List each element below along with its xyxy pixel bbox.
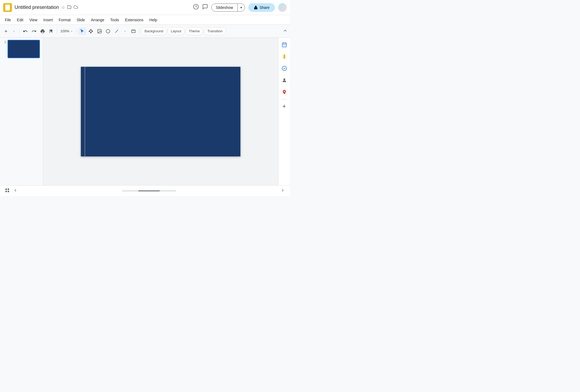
app-logo[interactable] [3,3,12,12]
svg-point-4 [106,29,110,33]
menu-tools[interactable]: Tools [108,17,122,23]
svg-point-13 [282,66,286,71]
svg-rect-18 [5,191,7,192]
theme-button[interactable]: Theme [185,27,203,35]
calendar-sidebar-icon[interactable] [279,40,289,50]
slideshow-label: Slideshow [212,4,238,11]
cloud-save-icon[interactable] [74,5,78,10]
scrollbar-track [122,190,176,191]
paint-format-button[interactable] [47,27,55,35]
image-tool[interactable] [95,27,103,35]
svg-rect-1 [254,7,257,9]
svg-rect-6 [132,30,136,33]
svg-rect-19 [8,191,9,192]
toolbar-right [282,28,288,34]
background-button[interactable]: Background [141,27,167,35]
svg-rect-17 [8,188,9,190]
zoom-button[interactable]: 100% [59,27,75,35]
separator-4 [139,29,139,34]
svg-point-15 [284,91,285,92]
separator-3 [76,29,77,34]
add-button[interactable] [2,27,10,35]
slides-panel: 1 [0,38,43,185]
main-area: 1 + [0,38,290,185]
title-bar: Untitled presentation ☆ Slideshow ▾ Shar… [0,0,290,15]
slide-canvas[interactable] [81,67,240,156]
folder-icon[interactable] [67,5,71,10]
title-icons: ☆ [61,5,78,10]
menu-slide[interactable]: Slide [74,17,88,23]
menu-bar: File Edit View Insert Format Slide Arran… [0,15,290,25]
textbox-tool[interactable] [129,27,137,35]
svg-rect-16 [5,188,7,190]
sidebar-separator [282,99,287,99]
select-tool[interactable] [78,27,86,35]
add-caret-button[interactable] [10,27,18,35]
slide-number: 1 [2,40,6,44]
line-caret-button[interactable] [121,27,129,35]
slide-item: 1 [2,40,41,58]
history-icon[interactable] [193,4,199,11]
add-sidebar-icon[interactable]: + [279,102,289,111]
keep-sidebar-icon[interactable] [279,52,289,61]
menu-extensions[interactable]: Extensions [122,17,146,23]
panel-expand-button[interactable] [279,187,287,195]
print-button[interactable] [39,27,47,35]
bottom-bar [0,185,290,196]
avatar[interactable] [278,3,287,12]
svg-rect-12 [283,57,285,59]
doc-title[interactable]: Untitled presentation [15,5,59,10]
header-right: Slideshow ▾ Share [193,3,287,12]
redo-button[interactable] [30,27,38,35]
menu-format[interactable]: Format [56,17,73,23]
scrollbar-thumb [138,190,160,191]
shape-tool[interactable] [104,27,112,35]
right-sidebar: + [278,38,290,185]
collapse-toolbar-icon[interactable] [282,30,288,34]
toolbar: 100% Background Layout Theme Transition [0,25,290,38]
slideshow-caret-icon[interactable]: ▾ [238,4,245,11]
separator-1 [19,29,20,34]
share-button[interactable]: Share [248,3,275,12]
svg-line-5 [115,30,118,33]
comments-icon[interactable] [202,4,208,11]
svg-point-14 [283,78,285,80]
separator-2 [57,29,57,34]
maps-sidebar-icon[interactable] [279,87,289,97]
undo-button[interactable] [21,27,29,35]
menu-insert[interactable]: Insert [41,17,56,23]
svg-rect-8 [282,43,286,47]
layout-button[interactable]: Layout [167,27,185,35]
tasks-sidebar-icon[interactable] [279,64,289,73]
cursor-line [85,67,85,156]
bottom-scrollbar[interactable] [19,190,279,191]
contacts-sidebar-icon[interactable] [279,75,289,85]
transition-button[interactable]: Transition [204,27,226,35]
menu-edit[interactable]: Edit [14,17,26,23]
line-tool[interactable] [113,27,121,35]
star-icon[interactable]: ☆ [61,5,65,10]
menu-help[interactable]: Help [147,17,160,23]
move-tool[interactable] [87,27,95,35]
canvas-area [43,38,278,185]
svg-point-3 [99,30,99,31]
menu-file[interactable]: File [2,17,14,23]
slide-thumbnail[interactable] [8,40,40,58]
slideshow-button[interactable]: Slideshow ▾ [211,4,245,12]
menu-arrange[interactable]: Arrange [88,17,107,23]
panel-collapse-button[interactable] [11,187,19,195]
menu-view[interactable]: View [27,17,40,23]
grid-view-button[interactable] [3,187,11,195]
